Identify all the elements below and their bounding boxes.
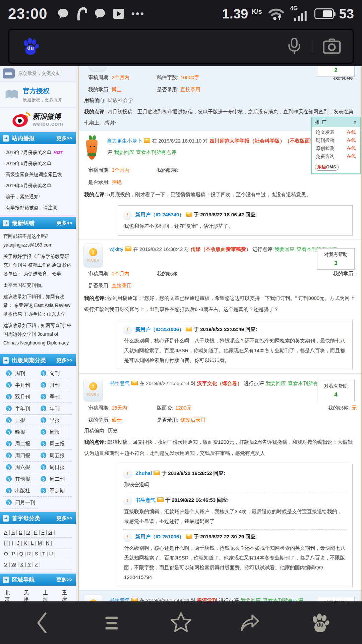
alphabet-more-link[interactable]: 更多>> <box>56 515 72 522</box>
reply-username-link[interactable]: 新用户（ID:251006） <box>135 326 184 332</box>
reply-link[interactable]: 我要回应 <box>114 149 134 155</box>
bookmark-star-button[interactable] <box>166 608 196 638</box>
period-category-link[interactable]: 季刊 <box>38 391 72 403</box>
reply-link[interactable]: 我要回应 <box>275 246 295 252</box>
reply-username-link[interactable]: 书生意气 <box>135 497 156 503</box>
letter-link[interactable]: R <box>27 551 31 556</box>
letter-link[interactable]: H <box>4 540 8 546</box>
period-category-link[interactable]: 晚报 <box>3 426 38 438</box>
journal-link[interactable]: 黑河学刊 <box>197 597 217 601</box>
letter-link[interactable]: K <box>23 540 27 546</box>
letter-link[interactable]: E <box>34 529 37 535</box>
letter-link[interactable]: B <box>11 529 15 535</box>
back-button[interactable] <box>27 608 57 638</box>
mail-icon[interactable] <box>131 381 138 385</box>
username-link[interactable]: 书生意气 <box>110 597 130 601</box>
letter-link[interactable]: T <box>42 551 45 556</box>
period-category-link[interactable]: 半月刊 <box>3 379 38 391</box>
share-button[interactable] <box>236 608 266 638</box>
letter-link[interactable]: U <box>49 551 53 556</box>
reply-username-link[interactable]: 新用户（ID:245740） <box>135 212 184 217</box>
avatar[interactable]: !暂无照片 <box>83 378 103 401</box>
period-category-link[interactable]: 周四报 <box>3 450 38 462</box>
search-bar[interactable]: du <box>8 29 354 64</box>
letter-link[interactable]: S <box>35 551 38 556</box>
period-category-link[interactable]: 出版社 <box>3 485 38 497</box>
letter-link[interactable]: N <box>46 540 50 546</box>
period-category-link[interactable]: 周三报 <box>38 438 72 450</box>
mail-icon[interactable] <box>125 247 131 251</box>
letter-link[interactable]: D <box>26 529 30 535</box>
leyu-oms-logo[interactable]: 乐语OMS <box>315 164 339 171</box>
reply-username-link[interactable]: 新用户（ID:251006） <box>135 534 184 539</box>
username-link[interactable]: wjkitty <box>110 246 123 252</box>
city-link[interactable]: 天津 <box>24 590 33 601</box>
reply-link[interactable]: 我要回应 <box>241 597 261 601</box>
city-link[interactable]: 上海 <box>43 590 52 601</box>
letter-link[interactable]: O <box>4 551 8 556</box>
letter-link[interactable]: Y <box>27 561 31 567</box>
news-item-link[interactable]: 2019年7月份获奖名单HOT <box>3 147 73 158</box>
close-icon[interactable]: X <box>353 119 357 125</box>
mail-icon[interactable] <box>157 497 164 502</box>
region-more-link[interactable]: 更多>> <box>56 577 72 583</box>
period-category-link[interactable]: 日报 <box>3 415 38 426</box>
correction-item-link[interactable]: 太平天国研究刊物。 <box>3 281 72 289</box>
mail-icon[interactable] <box>144 138 150 143</box>
helpful-vote-button[interactable]: 对我有帮助 4 <box>317 380 355 401</box>
period-category-link[interactable]: 旬刊 <box>38 368 72 379</box>
sidebar-weibo-banner[interactable]: 新浪微博 weibo.com <box>0 108 76 130</box>
mail-icon[interactable] <box>131 598 138 601</box>
city-link[interactable]: 重庆 <box>62 590 71 601</box>
mail-icon[interactable] <box>186 212 192 217</box>
reply-link[interactable]: 我要回应 <box>266 380 286 386</box>
camera-search-icon[interactable] <box>322 38 341 55</box>
journal-link[interactable]: 传媒（不收版面费审稿费） <box>191 246 251 252</box>
news-item-link[interactable]: 2019年5月份获奖名单 <box>3 180 73 191</box>
letter-link[interactable]: W <box>11 561 16 567</box>
letter-link[interactable]: G <box>48 529 52 535</box>
correction-item-link[interactable]: 关于做好学报《广东学前教育研究》创刊号 征稿工作的通知 校内各单位： 为促进教育… <box>3 252 72 278</box>
news-item-link[interactable]: 有学报邮箱被盗，请注意! <box>3 202 73 213</box>
voice-search-icon[interactable] <box>287 37 302 56</box>
mail-icon[interactable] <box>186 327 192 331</box>
journal-link[interactable]: 汉字文化（综合卷） <box>197 380 242 386</box>
avatar[interactable] <box>83 135 100 163</box>
letter-link[interactable]: J <box>17 540 20 546</box>
helpful-vote-button[interactable]: 对我有帮助 3 <box>317 248 355 270</box>
letter-link[interactable]: A <box>4 529 7 535</box>
mail-icon[interactable] <box>154 471 160 475</box>
promo-service-link[interactable]: 论文发表在线 <box>312 128 360 137</box>
period-category-link[interactable]: 周二刊 <box>38 473 72 485</box>
letter-link[interactable]: I <box>12 540 13 546</box>
menu-button[interactable] <box>97 608 127 638</box>
letter-link[interactable]: Q <box>19 551 23 556</box>
helpful-vote-button[interactable]: 对我有帮助 2 <box>317 66 355 77</box>
promo-service-link[interactable]: 期刊投稿在线 <box>312 137 360 145</box>
letter-link[interactable]: M <box>38 540 42 546</box>
avatar[interactable]: !暂无照片 <box>83 595 103 601</box>
period-category-link[interactable]: 其他报 <box>3 473 38 485</box>
period-category-link[interactable]: 周报 <box>38 426 72 438</box>
promo-service-link[interactable]: 原创检测在线 <box>312 145 360 153</box>
correction-item-link[interactable]: 建议收录如下辑，知网可查刊: 中国周边外交学刊 Journal of China… <box>3 321 72 347</box>
period-category-link[interactable]: 早报 <box>38 415 72 426</box>
period-category-link[interactable]: 周刊 <box>3 368 38 379</box>
period-category-link[interactable]: 不定期 <box>38 485 72 497</box>
sidebar-partner-banner[interactable]: 原创欣赏，交流交友 <box>0 66 76 81</box>
letter-link[interactable]: X <box>20 561 23 567</box>
promo-service-link[interactable]: 免费咨询在线 <box>312 153 360 161</box>
period-category-link[interactable]: 周二报 <box>3 438 38 450</box>
period-category-link[interactable]: 月刊 <box>38 379 72 391</box>
letter-link[interactable]: L <box>31 540 34 546</box>
period-category-link[interactable]: 年刊 <box>38 403 72 415</box>
letter-link[interactable]: V <box>4 561 7 567</box>
period-category-link[interactable]: 周日报 <box>38 462 72 473</box>
baidu-home-button[interactable]: du <box>305 608 335 638</box>
mail-icon[interactable] <box>186 534 192 539</box>
view-all-link[interactable]: 查看本刊所有点评 <box>263 597 303 601</box>
period-category-link[interactable]: 周五报 <box>38 450 72 462</box>
helpful-vote-button[interactable]: 对我有帮助 3 <box>317 597 355 601</box>
city-link[interactable]: 北京 <box>5 590 14 601</box>
baidu-logo-icon[interactable]: du <box>21 37 40 56</box>
